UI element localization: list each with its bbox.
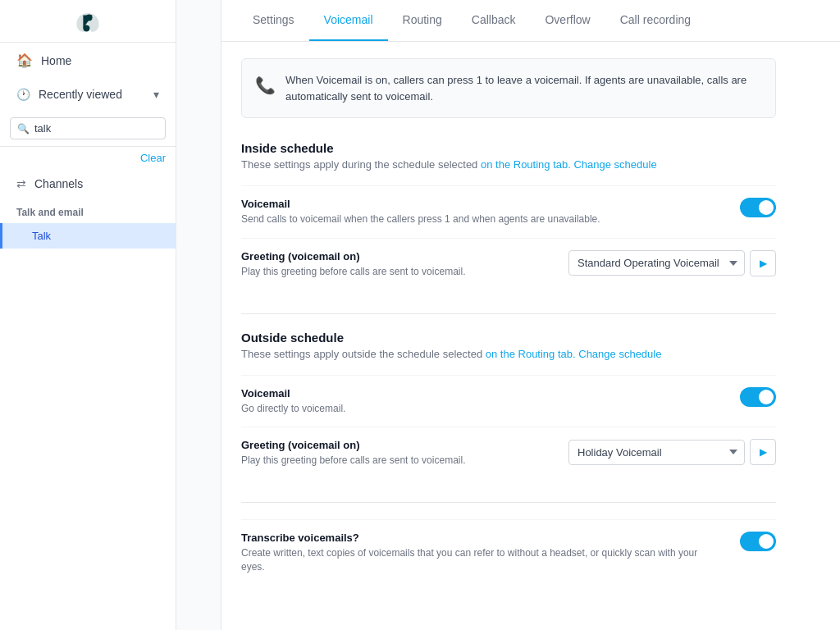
inside-schedule-desc-prefix: These settings apply during the schedule… <box>241 158 477 171</box>
outside-voicemail-sublabel: Go directly to voicemail. <box>241 402 724 416</box>
outside-greeting-sublabel: Play this greeting before calls are sent… <box>241 454 552 468</box>
inside-voicemail-toggle[interactable] <box>740 198 776 217</box>
inside-schedule-desc: These settings apply during the schedule… <box>241 158 776 171</box>
channels-icon: ⇄ <box>16 177 26 190</box>
inside-schedule-section: Inside schedule These settings apply dur… <box>241 141 776 290</box>
talk-and-email-label: Talk and email <box>0 199 176 223</box>
content-area: Settings Voicemail Routing Callback Over… <box>176 0 840 630</box>
transcribe-label: Transcribe voicemails? <box>241 532 724 544</box>
recently-viewed-item[interactable]: 🕐 Recently viewed ▾ <box>0 78 176 111</box>
tab-callback[interactable]: Callback <box>457 0 531 41</box>
talk-sub-item[interactable]: Talk <box>0 223 176 249</box>
search-input[interactable] <box>34 122 158 135</box>
channels-label: Channels <box>34 177 83 190</box>
outside-greeting-select[interactable]: Standard Operating Voicemail Default Gre… <box>568 440 745 465</box>
tabs-bar: Settings Voicemail Routing Callback Over… <box>221 0 840 42</box>
section-divider-1 <box>241 313 776 314</box>
recently-viewed-label: Recently viewed <box>39 88 122 101</box>
home-icon: 🏠 <box>16 52 33 68</box>
outside-greeting-play-button[interactable]: ▶ <box>750 439 776 465</box>
outside-voicemail-label: Voicemail <box>241 387 724 399</box>
page-content: Settings Voicemail Routing Callback Over… <box>221 0 840 630</box>
outside-change-schedule-link[interactable]: Change schedule <box>578 348 661 360</box>
outside-voicemail-row: Voicemail Go directly to voicemail. <box>241 375 776 427</box>
outside-schedule-section: Outside schedule These settings apply ou… <box>241 331 776 480</box>
inside-voicemail-row: Voicemail Send calls to voicemail when t… <box>241 185 776 238</box>
outside-schedule-desc: These settings apply outside the schedul… <box>241 348 776 360</box>
home-label: Home <box>41 54 71 67</box>
search-input-wrap: 🔍 <box>10 117 166 139</box>
tab-voicemail[interactable]: Voicemail <box>309 0 388 41</box>
search-icon: 🔍 <box>17 123 30 135</box>
transcribe-toggle[interactable] <box>740 532 776 551</box>
inside-voicemail-sublabel: Send calls to voicemail when the callers… <box>241 212 724 226</box>
tab-settings[interactable]: Settings <box>238 0 309 41</box>
inside-change-schedule-link[interactable]: Change schedule <box>573 158 656 171</box>
transcribe-sublabel: Create written, text copies of voicemail… <box>241 546 724 574</box>
inside-greeting-select[interactable]: Standard Operating Voicemail Default Gre… <box>568 250 745 276</box>
chevron-down-icon: ▾ <box>153 88 159 101</box>
outside-voicemail-toggle[interactable] <box>740 387 776 407</box>
info-banner-text: When Voicemail is on, callers can press … <box>285 72 762 104</box>
tab-overflow[interactable]: Overflow <box>530 0 605 41</box>
tab-call-recording[interactable]: Call recording <box>605 0 705 41</box>
inside-voicemail-label: Voicemail <box>241 198 724 210</box>
inside-schedule-title: Inside schedule <box>241 141 776 155</box>
section-divider-2 <box>241 502 776 503</box>
outside-greeting-row: Greeting (voicemail on) Play this greeti… <box>241 427 776 479</box>
main-area: Settings Voicemail Routing Callback Over… <box>176 0 840 630</box>
content-body: 📞 When Voicemail is on, callers can pres… <box>221 42 796 602</box>
tab-routing[interactable]: Routing <box>388 0 457 41</box>
sidebar: 🏠 Home 🕐 Recently viewed ▾ 🔍 Clear ⇄ Cha… <box>0 0 176 630</box>
clear-button[interactable]: Clear <box>0 147 176 169</box>
inside-greeting-label: Greeting (voicemail on) <box>241 250 552 262</box>
sub-nav <box>176 0 221 630</box>
zendesk-logo <box>0 0 176 43</box>
voicemail-icon: 📞 <box>255 73 276 98</box>
outside-greeting-label: Greeting (voicemail on) <box>241 439 552 451</box>
home-nav-item[interactable]: 🏠 Home <box>0 43 176 78</box>
channels-nav-item[interactable]: ⇄ Channels <box>0 169 176 199</box>
outside-routing-tab-link[interactable]: on the Routing tab. <box>486 348 576 360</box>
outside-schedule-title: Outside schedule <box>241 331 776 345</box>
info-banner: 📞 When Voicemail is on, callers can pres… <box>241 58 776 118</box>
inside-greeting-play-button[interactable]: ▶ <box>750 250 776 276</box>
clock-icon: 🕐 <box>16 88 30 101</box>
outside-schedule-desc-prefix: These settings apply outside the schedul… <box>241 348 482 360</box>
inside-greeting-sublabel: Play this greeting before calls are sent… <box>241 265 552 279</box>
inside-routing-tab-link[interactable]: on the Routing tab. <box>481 158 571 171</box>
transcribe-row: Transcribe voicemails? Create written, t… <box>241 519 776 586</box>
search-container: 🔍 <box>0 111 176 147</box>
inside-greeting-row: Greeting (voicemail on) Play this greeti… <box>241 238 776 290</box>
